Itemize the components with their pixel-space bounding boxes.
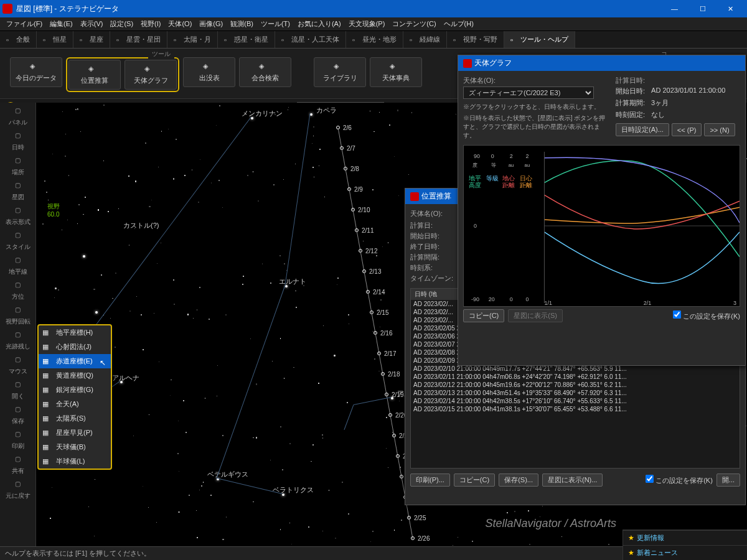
comet-date-label: 2/11	[362, 227, 374, 234]
menu-item[interactable]: 視野(I)	[137, 17, 164, 30]
tool-天体グラフ[interactable]: ◈天体グラフ	[125, 60, 177, 90]
comet-date-label: 2/14	[373, 289, 385, 296]
display-mode-option[interactable]: ▦全天(A)	[39, 397, 111, 411]
table-row[interactable]: AD 2023/02/12 21:00:00 04h45m19.6s +22°0…	[411, 381, 740, 389]
tools-section-label: ツール	[148, 50, 174, 58]
svg-text:0: 0	[491, 153, 494, 159]
maximize-button[interactable]: ☐	[688, 0, 716, 17]
menu-item[interactable]: 観測(B)	[227, 17, 257, 30]
side-共有[interactable]: ▢共有	[2, 454, 34, 477]
menu-item[interactable]: 表示(V)	[77, 17, 107, 30]
comet-date-label: 2/7	[347, 145, 355, 152]
tool-会合検索[interactable]: ◈会合検索	[239, 57, 291, 87]
svg-text:等: 等	[491, 162, 496, 168]
side-パネル[interactable]: ▢パネル	[2, 105, 34, 129]
tool-出没表[interactable]: ◈出没表	[183, 57, 235, 87]
svg-text:2: 2	[510, 153, 513, 159]
menu-item[interactable]: 編集(E)	[46, 17, 77, 30]
svg-text:1/1: 1/1	[544, 300, 552, 306]
svg-text:2/1: 2/1	[644, 300, 651, 306]
view-tab[interactable]: ▫ツール・ヘルプ	[504, 31, 575, 48]
side-開く[interactable]: ▢開く	[2, 379, 34, 403]
side-方位[interactable]: ▢方位	[2, 279, 34, 303]
side-地平線[interactable]: ▢地平線	[2, 254, 34, 278]
display-mode-option[interactable]: ▦天球儀(B)	[39, 440, 111, 454]
menu-item[interactable]: 天体(O)	[164, 17, 195, 30]
menu-item[interactable]: コンテンツ(C)	[388, 17, 439, 30]
side-日時[interactable]: ▢日時	[2, 130, 34, 154]
display-mode-option[interactable]: ▦黄道座標(Q)	[39, 368, 111, 383]
object-select[interactable]: ズィーティーエフ(C/2022 E3)	[463, 86, 594, 99]
display-mode-option[interactable]: ▦地平座標(H)	[39, 325, 111, 340]
menu-item[interactable]: ツール(T)	[257, 17, 294, 30]
view-tab[interactable]: ▫全般	[0, 31, 37, 48]
side-スタイル[interactable]: ▢スタイル	[2, 230, 34, 253]
side-マウス[interactable]: ▢マウス	[2, 354, 34, 378]
view-tab[interactable]: ▫星座	[73, 31, 110, 48]
update-info-link[interactable]: ★更新情報	[623, 530, 747, 545]
graph-window-titlebar[interactable]: 天体グラフ	[458, 55, 745, 71]
save-settings-checkbox[interactable]: この設定を保存(K)	[646, 475, 713, 485]
side-光跡残し[interactable]: ▢光跡残し	[2, 329, 34, 353]
prev-button[interactable]: << (P)	[672, 123, 702, 136]
content-天体事典[interactable]: ◈天体事典	[370, 57, 422, 87]
view-tab[interactable]: ▫太陽・月	[167, 31, 218, 48]
svg-text:90: 90	[474, 153, 480, 159]
action-button[interactable]: コピー(C)	[454, 474, 495, 487]
display-mode-option[interactable]: ▦心射図法(J)	[39, 340, 111, 354]
display-mode-option[interactable]: ▦星座早見(P)	[39, 426, 111, 440]
copy-button[interactable]: コピー(C)	[463, 309, 504, 322]
action-button[interactable]: 保存(S)...	[499, 474, 538, 487]
menu-item[interactable]: ファイル(F)	[2, 17, 46, 30]
menu-item[interactable]: ヘルプ(H)	[440, 17, 477, 30]
help-hint: ヘルプを表示するには [F1] を押してください。	[5, 549, 151, 558]
table-row[interactable]: AD 2023/02/11 21:00:00 04h47m06.8s +24°4…	[411, 373, 740, 381]
side-表示形式[interactable]: ▢表示形式	[2, 205, 34, 228]
menu-item[interactable]: 設定(S)	[106, 17, 137, 30]
view-tab[interactable]: ▫経緯線	[403, 31, 447, 48]
side-場所[interactable]: ▢場所	[2, 155, 34, 179]
table-row[interactable]: AD 2023/02/15 21:00:00 04h41m38.1s +15°3…	[411, 405, 740, 413]
view-tab[interactable]: ▫視野・写野	[447, 31, 504, 48]
display-mode-option[interactable]: ▦半球儀(L)	[39, 454, 111, 469]
menu-item[interactable]: 画像(G)	[195, 17, 227, 30]
save-settings-checkbox[interactable]: この設定を保存(K)	[673, 310, 740, 321]
watermark: StellaNavigator / AstroArts	[486, 517, 616, 530]
side-保存[interactable]: ▢保存	[2, 404, 34, 427]
close-button[interactable]: ✕	[716, 0, 745, 17]
action-button[interactable]: 星図に表示(N)...	[542, 474, 603, 487]
view-tab[interactable]: ▫惑星・衛星	[218, 31, 275, 48]
display-mode-option[interactable]: ▦太陽系(S)	[39, 411, 111, 426]
time-settings-button[interactable]: 日時設定(A)...	[616, 123, 669, 136]
menu-item[interactable]: お気に入り(A)	[294, 17, 345, 30]
next-button[interactable]: >> (N)	[704, 123, 735, 136]
side-元に戻す[interactable]: ▢元に戻す	[2, 478, 34, 502]
svg-text:0: 0	[510, 296, 513, 302]
comet-position-marker	[411, 536, 415, 540]
comet-date-label: 2/15	[377, 309, 388, 316]
menu-item[interactable]: 天文現象(P)	[345, 17, 389, 30]
tool-位置推算[interactable]: ◈位置推算	[68, 60, 121, 90]
comet-date-label: 2/16	[380, 330, 392, 337]
window-title: 星図 [標準] - ステラナビゲータ	[16, 4, 660, 14]
view-tab[interactable]: ▫恒星	[37, 31, 73, 48]
side-星図[interactable]: ▢星図	[2, 180, 34, 203]
object-graph-chart[interactable]: 90 0 -90 0 20 2 0 2 0 度 等 au au 地平高度 等級 …	[463, 145, 740, 307]
star-label: メンカリナン	[242, 109, 283, 118]
action-button[interactable]: 印刷(P)...	[410, 474, 450, 487]
view-tab[interactable]: ▫星雲・星団	[110, 31, 167, 48]
news-link[interactable]: ★新着ニュース	[623, 545, 747, 560]
show-in-chart-button[interactable]: 星図に表示(S)	[508, 309, 563, 322]
table-row[interactable]: AD 2023/02/14 21:00:00 04h42m38.5s +17°2…	[411, 397, 740, 405]
view-tab[interactable]: ▫流星・人工天体	[275, 31, 346, 48]
tool-今日のデータ[interactable]: ◈今日のデータ	[10, 57, 62, 87]
table-row[interactable]: AD 2023/02/13 21:00:00 04h43m51.4s +19°3…	[411, 389, 740, 397]
open-button[interactable]: 開...	[716, 474, 740, 487]
display-mode-option[interactable]: ▦銀河座標(G)	[39, 383, 111, 397]
view-tab[interactable]: ▫昼光・地形	[346, 31, 403, 48]
side-印刷[interactable]: ▢印刷	[2, 429, 34, 452]
content-ライブラリ[interactable]: ◈ライブラリ	[314, 57, 366, 87]
minimize-button[interactable]: —	[660, 0, 688, 17]
side-視野回転[interactable]: ▢視野回転	[2, 304, 34, 328]
comet-date-label: 2/18	[388, 371, 400, 378]
